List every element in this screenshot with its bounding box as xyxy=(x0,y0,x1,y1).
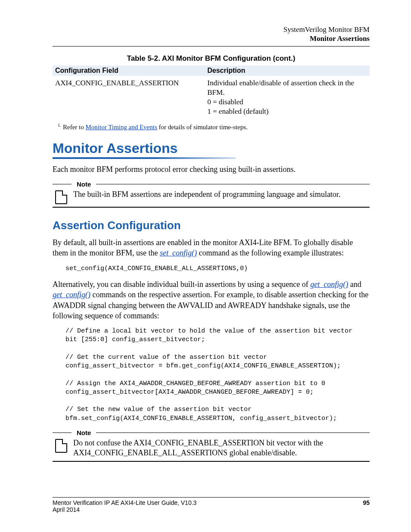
running-header: SystemVerilog Monitor BFM Monitor Assert… xyxy=(53,25,370,44)
note-rule xyxy=(53,432,72,433)
note-text: The built-in BFM assertions are independ… xyxy=(73,190,370,199)
get-config-link[interactable]: get_config() xyxy=(53,290,90,299)
footer-date: April 2014 xyxy=(53,506,80,513)
footer-title: Mentor Verification IP AE AXI4-Lite User… xyxy=(53,499,196,506)
note-rule xyxy=(53,207,370,208)
note-box: Note The built-in BFM assertions are ind… xyxy=(53,180,370,208)
table-header-desc: Description xyxy=(205,65,370,76)
footnote-link[interactable]: Monitor Timing and Events xyxy=(85,124,157,131)
header-section: Monitor Assertions xyxy=(53,34,370,43)
section-underline xyxy=(53,157,236,159)
section-intro: Each monitor BFM performs protocol error… xyxy=(53,164,370,174)
footnote-text: for details of simulator time-steps. xyxy=(157,124,248,131)
desc-line: 0 = disabled xyxy=(207,98,243,106)
set-config-link[interactable]: set_config() xyxy=(160,249,197,257)
body-text: Alternatively, you can disable individua… xyxy=(53,280,310,289)
note-box: Note Do not confuse the AXI4_CONFIG_ENAB… xyxy=(53,429,370,462)
note-rule xyxy=(96,184,370,184)
table-footnote: 1. Refer to Monitor Timing and Events fo… xyxy=(58,122,370,131)
config-desc-cell: Individual enable/disable of assertion c… xyxy=(205,76,370,118)
body-text: command as the following example illustr… xyxy=(197,249,344,257)
footnote-marker: 1. xyxy=(58,122,61,128)
code-block: // Define a local bit vector to hold the… xyxy=(65,327,370,423)
table-caption: Table 5-2. AXI Monitor BFM Configuration… xyxy=(53,54,370,63)
section-heading: Monitor Assertions xyxy=(53,140,370,156)
header-rule xyxy=(53,46,370,47)
page-footer: Mentor Verification IP AE AXI4-Lite User… xyxy=(53,497,370,513)
note-label: Note xyxy=(75,180,93,188)
subsection-heading: Assertion Configuration xyxy=(53,219,370,232)
desc-line: Individual enable/disable of assertion c… xyxy=(207,79,354,96)
page-number: 95 xyxy=(363,499,370,513)
note-icon xyxy=(55,190,67,204)
note-label: Note xyxy=(75,429,93,436)
note-rule xyxy=(96,432,370,433)
note-rule xyxy=(53,461,370,462)
note-text: Do not confuse the AXI4_CONFIG_ENABLE_AS… xyxy=(73,438,370,458)
desc-line: 1 = enabled (default) xyxy=(207,107,268,115)
body-text: commands on the respective assertion. Fo… xyxy=(53,290,368,320)
table-header-field: Configuration Field xyxy=(53,65,205,76)
table-row: AXI4_CONFIG_ENABLE_ASSERTION Individual … xyxy=(53,76,370,118)
footnote-text: Refer to xyxy=(61,124,85,131)
body-text: and xyxy=(348,280,361,289)
footer-left: Mentor Verification IP AE AXI4-Lite User… xyxy=(53,499,196,513)
note-rule xyxy=(53,184,72,184)
config-field-cell: AXI4_CONFIG_ENABLE_ASSERTION xyxy=(53,76,205,118)
config-table: Configuration Field Description AXI4_CON… xyxy=(53,65,370,118)
code-block: set_config(AXI4_CONFIG_ENABLE_ALL_ASSERT… xyxy=(65,264,370,273)
note-icon xyxy=(55,439,67,453)
get-config-link[interactable]: get_config() xyxy=(310,280,348,289)
footer-rule xyxy=(53,497,370,498)
header-chapter: SystemVerilog Monitor BFM xyxy=(53,25,370,34)
paragraph: By default, all built-in assertions are … xyxy=(53,237,370,258)
paragraph: Alternatively, you can disable individua… xyxy=(53,279,370,321)
